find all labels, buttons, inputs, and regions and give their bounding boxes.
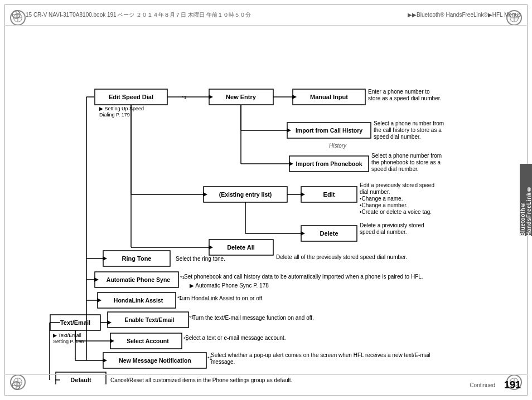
svg-text:*1: *1 [182,95,187,100]
svg-text:Turn HondaLink Assist to on or: Turn HondaLink Assist to on or off. [178,295,264,301]
svg-text:Edit Speed Dial: Edit Speed Dial [109,94,153,100]
svg-text:•Change a number.: •Change a number. [360,202,408,208]
svg-text:•Create or delete a voice tag.: •Create or delete a voice tag. [360,209,432,215]
svg-text:•Change a name.: •Change a name. [360,196,403,202]
svg-text:Edit: Edit [323,191,335,198]
diagram-svg: Edit Speed Dial *1 ▶ Setting Up Speed Di… [0,28,532,384]
svg-text:▶ Text/Email: ▶ Text/Email [53,333,81,338]
svg-text:Select a text or e-mail messag: Select a text or e-mail message account. [185,335,286,341]
svg-text:Select Account: Select Account [127,338,169,344]
svg-text:Enter a phone number to: Enter a phone number to [368,89,430,95]
file-info: 15 CR-V NAVI-31T0A8100.book 191 ページ ２０１４… [11,9,251,21]
svg-text:History: History [329,143,347,149]
svg-text:Select the ring tone.: Select the ring tone. [176,256,225,262]
svg-text:the call history to store as a: the call history to store as a [374,127,442,133]
svg-text:Turn the text/E-mail message f: Turn the text/E-mail message function on… [192,315,314,321]
svg-text:Delete all of the previously s: Delete all of the previously stored spee… [276,254,407,260]
svg-text:Automatic Phone Sync: Automatic Phone Sync [107,276,171,283]
page-number: 191 [504,379,521,391]
svg-text:Delete a previously stored: Delete a previously stored [360,222,424,228]
svg-text:Delete: Delete [320,230,338,237]
svg-text:Ring Tone: Ring Tone [122,255,152,262]
footer: Continued 191 [4,374,528,396]
breadcrumb: ▶▶Bluetooth® HandsFreeLink®▶HFL Menus [408,12,521,18]
svg-text:Set phonebook and call history: Set phonebook and call history data to b… [184,274,423,280]
continued-label: Continued [470,382,495,388]
svg-text:the phonebook to store as a: the phonebook to store as a [371,159,441,165]
svg-text:New Message Notification: New Message Notification [119,357,191,364]
svg-text:Text/Email: Text/Email [60,319,90,326]
svg-text:speed dial number.: speed dial number. [360,229,407,235]
svg-text:Dialing P. 179: Dialing P. 179 [99,112,130,118]
svg-text:Select a phone number from: Select a phone number from [371,153,442,159]
crosshair-icon [11,9,21,21]
svg-text:Delete All: Delete All [227,244,255,251]
svg-text:New Entry: New Entry [226,94,257,100]
svg-text:Edit a previously stored speed: Edit a previously stored speed [360,182,434,188]
header: 15 CR-V NAVI-31T0A8100.book 191 ページ ２０１４… [4,4,528,26]
crosshair-bottom-icon [11,381,21,391]
svg-text:Select whether a pop-up alert : Select whether a pop-up alert comes on t… [211,352,431,358]
svg-text:speed dial number.: speed dial number. [371,166,419,172]
svg-text:Import from Call History: Import from Call History [296,127,362,134]
svg-text:Setting P. 196: Setting P. 196 [53,339,84,344]
svg-text:message.: message. [211,359,235,365]
svg-text:HondaLink Assist: HondaLink Assist [114,297,163,304]
svg-text:store as a speed dial number.: store as a speed dial number. [368,95,441,101]
svg-text:Manual Input: Manual Input [310,94,348,100]
svg-text:Import from Phonebook: Import from Phonebook [296,160,362,167]
svg-text:▶ Automatic Phone Sync P. 178: ▶ Automatic Phone Sync P. 178 [190,282,269,289]
svg-text:Enable Text/Email: Enable Text/Email [124,316,174,323]
svg-text:(Existing entry list): (Existing entry list) [219,191,272,198]
svg-text:Select a phone number from: Select a phone number from [374,120,444,126]
svg-text:▶ Setting Up Speed: ▶ Setting Up Speed [99,106,144,111]
svg-text:dial number.: dial number. [360,189,390,195]
svg-text:speed dial number.: speed dial number. [374,134,421,140]
